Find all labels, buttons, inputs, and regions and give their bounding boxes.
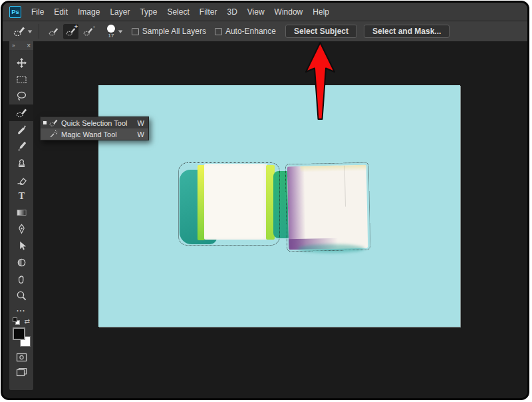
marquee-icon (16, 74, 27, 85)
add-to-selection-mode-button[interactable]: + (63, 24, 78, 39)
tools-panel: » × (9, 41, 33, 390)
zoom-tool[interactable] (9, 288, 33, 304)
quick-mask-icon[interactable] (16, 353, 27, 362)
quick-selection-icon (49, 118, 58, 127)
default-colors-icon[interactable] (13, 317, 20, 325)
menu-select[interactable]: Select (167, 7, 189, 17)
gradient-tool[interactable] (9, 204, 33, 221)
pen-icon (16, 224, 27, 235)
minus-mark: - (93, 24, 95, 30)
menu-bar: Ps File Edit Image Layer Type Select Fil… (3, 3, 527, 21)
brush-icon (49, 27, 59, 37)
quick-selection-icon (16, 107, 27, 118)
photoshop-window: Ps File Edit Image Layer Type Select Fil… (1, 1, 529, 400)
close-panel-icon[interactable]: × (27, 43, 31, 49)
move-tool[interactable] (9, 55, 33, 71)
brush-icon (16, 140, 27, 152)
chevron-down-icon: ▼ (26, 29, 33, 35)
brush-size-value: 17 (108, 33, 114, 39)
auto-enhance-option: Auto-Enhance (215, 27, 276, 36)
type-tool[interactable]: T (9, 188, 33, 204)
flyout-item-label: Magic Wand Tool (61, 130, 134, 138)
sample-all-layers-option: Sample All Layers (132, 27, 206, 36)
plus-mark: + (74, 24, 78, 30)
chevron-down-icon[interactable]: ▼ (116, 29, 124, 35)
svg-text:T: T (18, 191, 25, 201)
clone-stamp-icon (16, 157, 27, 168)
eyedropper-icon (16, 124, 27, 135)
menu-file[interactable]: File (31, 7, 44, 17)
rectangular-marquee-tool[interactable] (9, 71, 33, 88)
brush-minus-icon (83, 27, 93, 37)
lasso-icon (16, 91, 27, 102)
flyout-item-shortcut: W (138, 130, 144, 138)
menu-view[interactable]: View (247, 7, 265, 17)
magnifier-icon (16, 290, 27, 302)
flyout-item-quick-selection[interactable]: Quick Selection Tool W (41, 117, 148, 128)
menu-edit[interactable]: Edit (54, 7, 68, 17)
collapse-panel-icon[interactable]: » (12, 43, 15, 49)
auto-enhance-checkbox[interactable] (215, 28, 222, 35)
sample-all-layers-label: Sample All Layers (142, 27, 206, 36)
cursor-arrow-icon (16, 240, 27, 252)
flyout-item-magic-wand[interactable]: Magic Wand Tool W (41, 128, 148, 140)
select-subject-button[interactable]: Select Subject (285, 25, 357, 38)
pen-tool[interactable] (9, 221, 33, 238)
brush-tool[interactable] (9, 138, 33, 154)
select-and-mask-button[interactable]: Select and Mask... (364, 25, 450, 38)
brush-size-picker[interactable]: 17 (107, 25, 115, 39)
dodge-icon (16, 257, 27, 268)
gradient-icon (16, 207, 27, 218)
selection-marching-ants-left (178, 162, 280, 246)
new-selection-mode-button[interactable] (46, 24, 61, 39)
hand-icon (16, 274, 27, 285)
hand-tool[interactable] (9, 271, 33, 288)
swap-colors-icon[interactable]: ⇄ (25, 317, 30, 325)
clone-stamp-tool[interactable] (9, 154, 33, 171)
subtract-from-selection-mode-button[interactable]: - (80, 24, 96, 39)
menu-image[interactable]: Image (78, 7, 100, 17)
swatch-utilities: ⇄ (13, 317, 30, 325)
eyedropper-tool[interactable] (9, 121, 33, 138)
path-selection-tool[interactable] (9, 238, 33, 254)
tool-flyout-menu: Quick Selection Tool W Magic Wand Tool W (40, 116, 149, 140)
quick-selection-tool[interactable] (9, 104, 33, 121)
type-icon: T (16, 190, 27, 202)
toolbar-bottom-icons (9, 353, 33, 377)
quick-selection-icon (13, 25, 25, 37)
lasso-tool[interactable] (9, 88, 33, 104)
menu-window[interactable]: Window (275, 7, 303, 17)
foreground-color-swatch[interactable] (13, 327, 25, 340)
dodge-tool[interactable] (9, 254, 33, 271)
move-icon (16, 57, 27, 69)
magic-wand-icon (49, 130, 58, 138)
selection-marching-ants-right (285, 162, 371, 252)
tools-panel-header: » × (9, 41, 33, 50)
eraser-tool[interactable] (9, 171, 33, 188)
flyout-item-label: Quick Selection Tool (61, 119, 134, 127)
tool-options-bar: ▼ + - 17 ▼ Sample All Layers Auto-Enhanc… (3, 21, 527, 41)
foreground-background-swatches (13, 327, 31, 347)
menu-items: File Edit Image Layer Type Select Filter… (31, 7, 329, 17)
brush-tip-preview (107, 25, 115, 33)
red-arrow-annotation (305, 41, 336, 121)
menu-filter[interactable]: Filter (200, 7, 217, 17)
mini-black-swatch (13, 317, 17, 322)
edit-toolbar-ellipsis-icon[interactable]: ••• (9, 308, 33, 313)
current-tool-bullet (43, 121, 47, 124)
menu-layer[interactable]: Layer (110, 7, 130, 17)
eraser-icon (16, 174, 27, 185)
divider (39, 24, 39, 39)
auto-enhance-label: Auto-Enhance (225, 27, 276, 36)
screen-mode-icon[interactable] (16, 367, 27, 377)
sample-all-layers-checkbox[interactable] (132, 28, 139, 35)
menu-3d[interactable]: 3D (227, 7, 237, 17)
tool-buttons: T (9, 50, 33, 304)
menu-help[interactable]: Help (313, 7, 329, 17)
tool-preset-picker[interactable]: ▼ (13, 25, 33, 37)
flyout-item-shortcut: W (138, 119, 144, 127)
document-canvas[interactable] (98, 85, 460, 327)
menu-type[interactable]: Type (140, 7, 157, 17)
photoshop-logo-icon: Ps (9, 6, 21, 18)
